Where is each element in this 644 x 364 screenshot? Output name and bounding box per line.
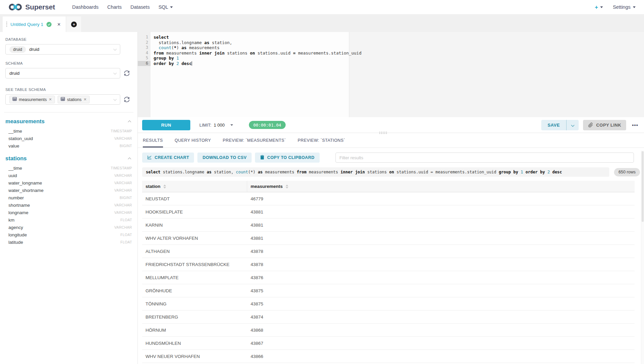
results-tab-query-history[interactable]: QUERY HISTORY (175, 133, 211, 147)
action-button-label: CREATE CHART (155, 155, 189, 160)
caret-down-icon (600, 6, 603, 8)
column-type: VARCHAR (114, 203, 132, 207)
chevron-down-icon (114, 71, 117, 74)
schema-column-list: __timeTIMESTAMPstation_uuidVARCHARvalueB… (5, 127, 132, 150)
measurements-cell: 43875 (247, 301, 635, 306)
station-cell: HOOKSIELPLATE (142, 209, 247, 214)
table-row: ALTHAGEN43878 (142, 245, 635, 258)
add-tab-icon: + (71, 22, 77, 27)
nav-charts[interactable]: Charts (103, 4, 126, 10)
measurements-cell: 43874 (247, 315, 635, 320)
measurements-cell: 43881 (247, 236, 635, 241)
copy-link-button[interactable]: COPY LINK (583, 120, 626, 130)
table-row: GRÖNHUDE43875 (142, 284, 635, 297)
column-header-measurements[interactable]: measurements (247, 181, 635, 192)
chevron-up-icon[interactable] (128, 158, 131, 161)
schema-table-header[interactable]: stations (5, 155, 132, 162)
results-table-body: NEUSTADT46779HOOKSIELPLATE43881KARNIN438… (142, 192, 635, 363)
table-row: HÖRNUM43868 (142, 324, 635, 337)
infinity-logo-icon (8, 3, 22, 11)
success-check-icon (46, 22, 52, 27)
table-schema-select[interactable]: measurements✕stations✕ (5, 94, 120, 105)
schema-table-name: stations (5, 155, 27, 162)
create-chart-button[interactable]: CREATE CHART (142, 153, 194, 163)
column-type: VARCHAR (114, 225, 132, 229)
tab-label: Untitled Query 1 (10, 22, 43, 27)
nav-datasets[interactable]: Datasets (126, 4, 154, 10)
download-to-csv-button[interactable]: DOWNLOAD TO CSV (197, 153, 252, 163)
table-icon (12, 97, 17, 102)
station-cell: NEUSTADT (142, 196, 247, 201)
table-chip[interactable]: stations✕ (58, 96, 90, 103)
results-tab-preview-stations[interactable]: PREVIEW: `STATIONS` (298, 133, 345, 147)
column-type: VARCHAR (114, 136, 132, 140)
measurements-cell: 43878 (247, 249, 635, 254)
column-type: VARCHAR (114, 173, 132, 177)
save-button[interactable]: SAVE (541, 120, 567, 130)
results-pane: RESULTSQUERY HISTORYPREVIEW: `MEASUREMEN… (138, 133, 644, 364)
refresh-schema-icon[interactable] (124, 70, 130, 76)
copy-to-clipboard-button[interactable]: COPY TO CLIPBOARD (255, 153, 319, 163)
column-name: km (8, 218, 14, 223)
tab-untitled-query[interactable]: Untitled Query 1 ✕ (3, 16, 66, 32)
table-row: WHV NEUER VORHAFEN43866 (142, 350, 635, 363)
refresh-tables-icon[interactable] (124, 97, 130, 102)
database-select[interactable]: druid druid (5, 44, 120, 55)
nav-sql-label: SQL (158, 4, 168, 10)
code-line: from measurements inner join stations on… (154, 51, 361, 56)
run-button[interactable]: RUN (142, 120, 190, 130)
limit-dropdown[interactable]: LIMIT: 1 000 (199, 123, 233, 128)
line-number: 1 (138, 35, 151, 40)
sort-icon[interactable] (163, 185, 166, 189)
results-tab-results[interactable]: RESULTS (143, 133, 163, 147)
schema-column-row: latitudeFLOAT (5, 238, 132, 246)
new-item-button[interactable]: + (595, 4, 603, 10)
chevron-down-icon (114, 97, 117, 101)
filter-results-input[interactable] (335, 153, 634, 163)
limit-label: LIMIT: (199, 123, 211, 128)
schema-select[interactable]: druid (5, 68, 120, 78)
more-options-button[interactable]: ••• (631, 122, 640, 128)
settings-menu[interactable]: Settings (613, 4, 636, 10)
column-name: station_uuid (8, 136, 33, 141)
query-timer-badge: 00:00:01.04 (249, 121, 286, 129)
copy-link-label: COPY LINK (596, 123, 621, 128)
station-cell: MELLUMPLATE (142, 275, 247, 280)
chevron-up-icon[interactable] (128, 121, 131, 124)
sql-editor[interactable]: 123456 select stations.longname as stati… (138, 32, 644, 117)
row-count-badge: 650 rows (614, 168, 640, 176)
station-cell: TÖNNING (142, 301, 247, 306)
schema-column-row: kmFLOAT (5, 216, 132, 224)
nav-dashboards[interactable]: Dashboards (68, 4, 103, 10)
new-tab-button[interactable]: + (66, 16, 81, 32)
remove-chip-icon[interactable]: ✕ (84, 97, 87, 102)
remove-chip-icon[interactable]: ✕ (49, 97, 52, 102)
results-tab-bar: RESULTSQUERY HISTORYPREVIEW: `MEASUREMEN… (138, 133, 644, 148)
column-name: __time (8, 129, 22, 134)
table-chip-label: stations (67, 97, 82, 102)
sidebar-divider (4, 112, 133, 112)
table-icon (61, 97, 65, 102)
editor-code[interactable]: select stations.longname as station, cou… (151, 32, 361, 117)
close-tab-icon[interactable]: ✕ (57, 22, 61, 27)
station-cell: ALTHAGEN (142, 249, 247, 254)
superset-logo[interactable]: Superset (8, 3, 55, 11)
column-header-station[interactable]: station (142, 181, 247, 192)
column-type: VARCHAR (114, 181, 132, 185)
nav-sql[interactable]: SQL (154, 4, 177, 10)
schema-table-header[interactable]: measurements (5, 118, 132, 125)
code-line: order by 2 desc (154, 61, 361, 66)
schema-value: druid (9, 71, 20, 76)
paperclip-icon (588, 123, 593, 128)
results-tab-preview-measurements[interactable]: PREVIEW: `MEASUREMENTS` (223, 133, 286, 147)
save-dropdown-button[interactable] (567, 120, 579, 130)
pane-resizer-handle[interactable] (379, 131, 387, 134)
scrollbar-thumb[interactable] (642, 151, 644, 222)
drag-handle-icon[interactable] (6, 21, 7, 27)
sort-icon[interactable] (286, 185, 288, 189)
caret-down-icon (230, 124, 233, 126)
sql-lab-sidebar: DATABASE druid druid SCHEMA druid SEE TA… (0, 32, 137, 364)
scrollbar[interactable] (641, 151, 644, 364)
action-button-label: COPY TO CLIPBOARD (267, 155, 314, 160)
table-chip[interactable]: measurements✕ (9, 96, 55, 103)
